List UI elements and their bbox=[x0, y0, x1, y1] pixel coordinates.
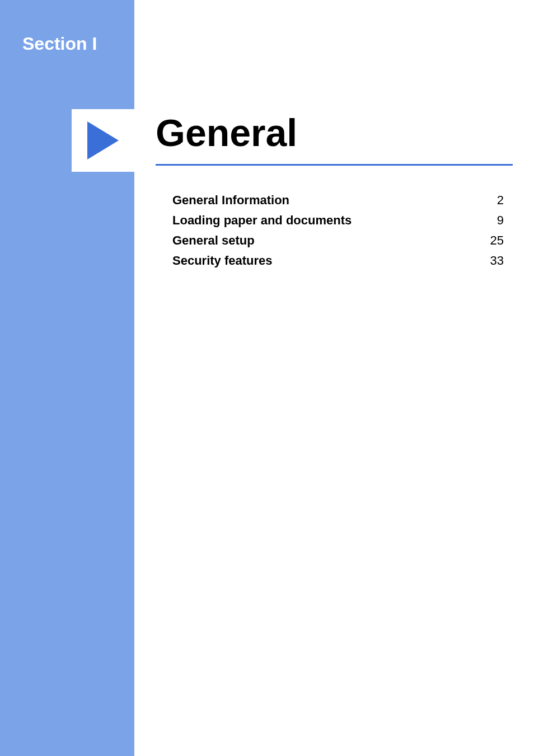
title-underline bbox=[156, 164, 513, 166]
toc-row[interactable]: Loading paper and documents 9 bbox=[172, 213, 504, 228]
toc-entry-page: 25 bbox=[490, 233, 504, 248]
table-of-contents: General Information 2 Loading paper and … bbox=[172, 193, 504, 274]
toc-entry-page: 33 bbox=[490, 253, 504, 268]
sidebar: Section I bbox=[0, 0, 134, 756]
play-triangle-icon bbox=[87, 121, 119, 159]
toc-row[interactable]: General Information 2 bbox=[172, 193, 504, 208]
section-label: Section I bbox=[22, 34, 97, 54]
toc-row[interactable]: General setup 25 bbox=[172, 233, 504, 248]
toc-entry-title: General setup bbox=[172, 233, 255, 248]
toc-entry-title: General Information bbox=[172, 193, 289, 208]
toc-entry-page: 9 bbox=[497, 213, 504, 228]
page-title: General bbox=[156, 111, 297, 154]
triangle-marker-box bbox=[72, 109, 134, 172]
toc-entry-title: Security features bbox=[172, 253, 273, 268]
toc-entry-page: 2 bbox=[497, 193, 504, 208]
toc-entry-title: Loading paper and documents bbox=[172, 213, 352, 228]
toc-row[interactable]: Security features 33 bbox=[172, 253, 504, 268]
